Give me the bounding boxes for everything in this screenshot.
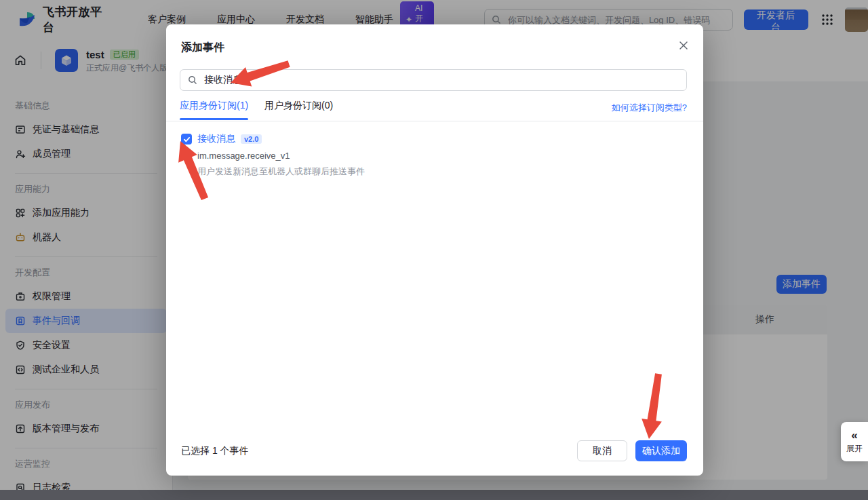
add-event-modal: 添加事件 应用身份订阅(1) 用户身份订阅(0) 如何选择订阅类型? 接收消息 …	[166, 24, 703, 476]
subscription-help-link[interactable]: 如何选择订阅类型?	[612, 102, 687, 114]
search-icon	[188, 75, 197, 85]
event-description: 用户发送新消息至机器人或群聊后推送事件	[197, 166, 687, 178]
event-search-box[interactable]	[180, 69, 687, 91]
collapse-chevrons-icon: «	[851, 429, 857, 441]
expand-panel[interactable]: « 展开	[841, 422, 868, 461]
event-version-badge: v2.0	[241, 134, 262, 144]
confirm-add-button[interactable]: 确认添加	[635, 440, 687, 461]
cancel-button[interactable]: 取消	[577, 440, 627, 461]
tab-user-subscription[interactable]: 用户身份订阅(0)	[264, 100, 333, 120]
event-search-input[interactable]	[203, 74, 679, 86]
event-checkbox[interactable]	[181, 134, 192, 145]
event-name: 接收消息	[197, 133, 235, 145]
subscription-tabs: 应用身份订阅(1) 用户身份订阅(0) 如何选择订阅类型?	[166, 98, 703, 121]
modal-title: 添加事件	[181, 41, 224, 55]
tab-app-subscription[interactable]: 应用身份订阅(1)	[180, 100, 248, 120]
event-list-item[interactable]: 接收消息 v2.0 im.message.receive_v1 用户发送新消息至…	[181, 133, 687, 178]
selected-count-text: 已选择 1 个事件	[181, 445, 249, 457]
close-icon[interactable]	[677, 39, 690, 52]
expand-label: 展开	[846, 443, 863, 455]
event-code: im.message.receive_v1	[197, 151, 687, 161]
modal-footer: 已选择 1 个事件 取消 确认添加	[181, 440, 687, 461]
